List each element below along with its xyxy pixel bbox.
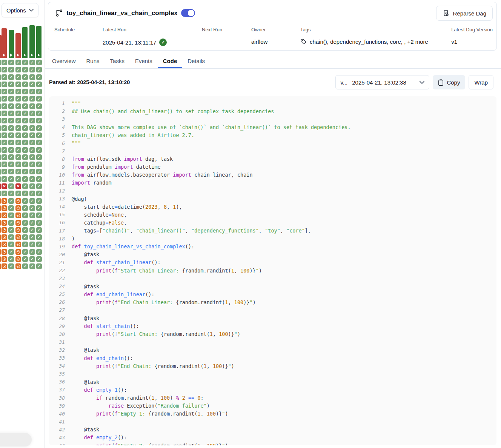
task-instance-success[interactable]: ✓	[15, 67, 21, 72]
task-instance-retry[interactable]	[15, 242, 21, 247]
task-instance-success[interactable]: ✓	[36, 103, 42, 109]
task-instance-success[interactable]: ✓	[2, 82, 7, 87]
wrap-button[interactable]: Wrap	[469, 75, 493, 89]
task-instance-success[interactable]: ✓	[8, 242, 14, 247]
task-instance-success[interactable]: ✓	[15, 169, 21, 174]
task-instance-retry[interactable]	[2, 263, 7, 269]
task-instance-success[interactable]: ✓	[29, 263, 35, 269]
task-instance-success[interactable]: ✓	[8, 154, 14, 160]
task-instance-retry[interactable]	[2, 242, 7, 247]
task-instance-success[interactable]: ✓	[36, 212, 42, 218]
task-instance-success[interactable]: ✓	[2, 74, 7, 80]
task-instance-success[interactable]: ✓	[22, 234, 28, 240]
task-instance-success[interactable]: ✓	[22, 125, 28, 131]
task-instance-success[interactable]: ✓	[0, 154, 1, 160]
task-instance-success[interactable]: ✓	[2, 125, 7, 131]
task-instance-success[interactable]: ✓	[29, 183, 35, 189]
task-instance-success[interactable]: ✓	[29, 74, 35, 80]
task-instance-retry[interactable]	[0, 220, 1, 226]
task-instance-success[interactable]: ✓	[2, 132, 7, 138]
latest-run-value[interactable]: 2025-04-21, 13:11:17	[103, 39, 156, 46]
task-instance-success[interactable]: ✓	[2, 176, 7, 182]
task-instance-success[interactable]: ✓	[2, 111, 7, 116]
task-instance-success[interactable]: ✓	[8, 96, 14, 102]
task-instance-success[interactable]: ✓	[8, 176, 14, 182]
task-instance-retry[interactable]	[2, 212, 7, 218]
task-instance-success[interactable]: ✓	[36, 234, 42, 240]
task-instance-success[interactable]: ✓	[2, 118, 7, 123]
task-instance-retry[interactable]	[15, 205, 21, 211]
task-instance-success[interactable]: ✓	[8, 205, 14, 211]
dag-run-bar-failed[interactable]	[15, 33, 21, 58]
dag-code-viewer[interactable]: 1"""2## Use chain() and chain_linear() t…	[49, 96, 496, 445]
task-instance-success[interactable]: ✓	[0, 103, 1, 109]
task-instance-success[interactable]: ✓	[36, 205, 42, 211]
task-instance-success[interactable]: ✓	[15, 96, 21, 102]
task-instance-success[interactable]: ✓	[0, 125, 1, 131]
task-instance-success[interactable]: ✓	[8, 74, 14, 80]
task-instance-success[interactable]: ✓	[2, 162, 7, 167]
task-instance-success[interactable]: ✓	[0, 67, 1, 72]
task-instance-success[interactable]: ✓	[29, 169, 35, 174]
task-instance-success[interactable]: ✓	[36, 132, 42, 138]
task-instance-retry[interactable]	[2, 249, 7, 255]
task-instance-success[interactable]: ✓	[29, 60, 35, 65]
task-instance-retry[interactable]	[15, 263, 21, 269]
task-instance-success[interactable]: ✓	[36, 183, 42, 189]
task-instance-success[interactable]: ✓	[22, 67, 28, 72]
task-instance-success[interactable]: ✓	[36, 60, 42, 65]
task-instance-success[interactable]: ✓	[0, 74, 1, 80]
task-instance-success[interactable]: ✓	[29, 220, 35, 226]
task-instance-success[interactable]: ✓	[22, 140, 28, 145]
horizontal-scrollbar-thumb[interactable]	[0, 433, 32, 446]
task-instance-success[interactable]: ✓	[29, 234, 35, 240]
task-instance-retry[interactable]	[0, 263, 1, 269]
task-instance-success[interactable]: ✓	[15, 191, 21, 196]
task-instance-success[interactable]: ✓	[22, 89, 28, 94]
task-instance-success[interactable]: ✓	[36, 198, 42, 204]
task-instance-success[interactable]: ✓	[36, 74, 42, 80]
dag-pause-toggle[interactable]	[181, 9, 195, 17]
task-instance-failed[interactable]: ✕	[2, 183, 7, 189]
reparse-dag-button[interactable]: Reparse Dag	[436, 6, 493, 21]
task-instance-success[interactable]: ✓	[0, 132, 1, 138]
task-instance-success[interactable]: ✓	[22, 256, 28, 262]
task-instance-success[interactable]: ✓	[8, 60, 14, 65]
task-instance-success[interactable]: ✓	[29, 96, 35, 102]
task-instance-retry[interactable]	[0, 242, 1, 248]
task-instance-success[interactable]: ✓	[0, 169, 1, 175]
task-instance-success[interactable]: ✓	[29, 162, 35, 167]
task-instance-retry[interactable]	[0, 212, 1, 218]
task-instance-success[interactable]: ✓	[29, 147, 35, 153]
dag-run-bar-success[interactable]	[22, 27, 28, 58]
task-instance-success[interactable]: ✓	[15, 60, 21, 65]
task-instance-success[interactable]: ✓	[22, 118, 28, 123]
task-instance-success[interactable]: ✓	[8, 256, 14, 262]
task-instance-success[interactable]: ✓	[0, 82, 1, 87]
task-instance-success[interactable]: ✓	[15, 111, 21, 116]
dag-run-bar-success[interactable]	[29, 25, 35, 58]
task-instance-success[interactable]: ✓	[36, 191, 42, 196]
task-instance-success[interactable]: ✓	[29, 205, 35, 211]
task-instance-success[interactable]: ✓	[36, 176, 42, 182]
task-instance-success[interactable]: ✓	[0, 140, 1, 145]
task-instance-success[interactable]: ✓	[8, 212, 14, 218]
task-instance-success[interactable]: ✓	[0, 191, 1, 196]
task-instance-success[interactable]: ✓	[8, 125, 14, 131]
task-instance-success[interactable]: ✓	[2, 140, 7, 145]
task-instance-success[interactable]: ✓	[8, 147, 14, 153]
task-instance-success[interactable]: ✓	[36, 140, 42, 145]
task-instance-retry[interactable]	[2, 234, 7, 240]
task-instance-success[interactable]: ✓	[22, 176, 28, 182]
task-instance-success[interactable]: ✓	[8, 140, 14, 145]
task-instance-success[interactable]: ✓	[36, 89, 42, 94]
tab-overview[interactable]: Overview	[47, 55, 81, 68]
task-instance-success[interactable]: ✓	[0, 89, 1, 94]
task-instance-success[interactable]: ✓	[36, 67, 42, 72]
task-instance-success[interactable]: ✓	[8, 234, 14, 240]
task-instance-success[interactable]: ✓	[22, 220, 28, 226]
task-instance-success[interactable]: ✓	[2, 154, 7, 160]
task-instance-retry[interactable]	[2, 205, 7, 211]
task-instance-success[interactable]: ✓	[8, 118, 14, 123]
task-instance-success[interactable]: ✓	[0, 162, 1, 167]
